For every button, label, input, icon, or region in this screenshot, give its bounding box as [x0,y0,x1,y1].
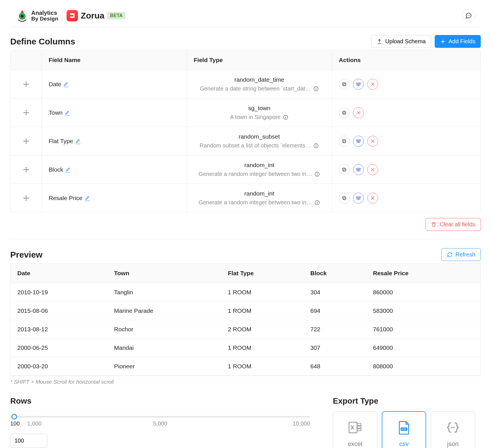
field-type-desc: Generate a random integer between two in… [199,199,312,206]
export-title: Export Type [333,396,481,406]
drag-handle[interactable] [11,127,42,155]
edit-icon[interactable] [65,110,70,116]
duplicate-button[interactable] [339,107,350,118]
chat-button[interactable] [462,9,475,22]
svg-point-52 [451,427,452,428]
svg-rect-26 [343,139,345,142]
duplicate-button[interactable] [339,164,350,175]
drag-handle[interactable] [11,155,42,184]
field-name: Resale Price [49,195,82,202]
drag-handle[interactable] [11,184,42,212]
field-type-name: random_int [244,162,274,168]
svg-point-43 [356,197,358,198]
preview-title: Preview [10,250,42,260]
preview-cell: 808000 [366,357,480,376]
refresh-button[interactable]: Refresh [442,248,481,261]
columns-row: Blockrandom_intGenerate a random integer… [11,155,480,184]
edit-icon[interactable] [85,195,90,201]
svg-rect-46 [349,422,357,433]
preview-col-header: Flat Type [221,264,304,283]
abd-logo-icon [16,9,28,22]
export-option-json[interactable]: json [431,411,475,448]
svg-rect-49 [357,429,361,431]
svg-rect-24 [316,145,316,147]
col-head-name: Field Name [42,50,187,70]
info-icon[interactable] [313,143,319,149]
brand2-name: Zorua [81,11,104,20]
rows-slider[interactable]: 100 1,000 5,000 10,000 [10,411,310,427]
field-name-cell: Flat Type [42,127,187,155]
duplicate-button[interactable] [339,193,350,204]
svg-rect-47 [357,424,361,426]
configure-button[interactable] [353,79,364,90]
info-icon[interactable] [283,114,288,120]
csv-icon: CSV [396,419,412,436]
trash-icon [431,222,437,227]
delete-button[interactable] [367,164,378,175]
configure-button[interactable] [353,136,364,147]
brand1-line2: By Design [31,16,58,22]
preview-row: 2013-08-12Rochor2 ROOM722761000 [11,320,480,339]
preview-cell: 583000 [366,302,480,320]
rows-input[interactable] [10,434,47,448]
chat-icon [465,12,472,19]
preview-cell: 860000 [366,283,480,302]
svg-rect-40 [317,202,317,204]
preview-cell: 722 [304,320,366,339]
svg-rect-13 [343,83,345,85]
drag-handle[interactable] [11,98,42,127]
delete-button[interactable] [353,107,364,118]
rows-title: Rows [10,396,310,406]
zorua-logo[interactable]: Zorua BETA [67,10,126,21]
svg-point-31 [317,173,317,173]
preview-cell: 1 ROOM [221,302,304,320]
preview-cell: Marine Parade [107,302,221,320]
export-label: json [447,440,459,448]
col-head-drag [11,50,42,70]
preview-col-header: Block [304,264,366,283]
info-icon[interactable] [314,200,320,205]
svg-point-45 [359,196,360,198]
preview-cell: 304 [304,283,366,302]
field-type-cell: sg_townA town in Singapore [187,98,332,127]
svg-point-15 [358,84,359,85]
clear-all-fields-button[interactable]: Clear all fields [426,218,481,231]
duplicate-button[interactable] [339,136,350,147]
export-option-csv[interactable]: CSVcsv [382,411,426,448]
upload-schema-button[interactable]: Upload Schema [371,35,431,48]
preview-cell: Mandai [107,339,221,357]
preview-cell: Rochor [107,320,221,339]
svg-point-18 [285,116,286,116]
svg-point-10 [316,87,316,88]
delete-button[interactable] [367,193,378,204]
info-icon[interactable] [313,86,319,92]
configure-button[interactable] [353,164,364,175]
zorua-logo-icon [67,10,78,21]
field-type-name: random_int [244,190,274,197]
svg-point-2 [21,15,24,18]
field-name: Date [49,81,61,88]
delete-button[interactable] [367,79,378,90]
svg-point-7 [469,15,469,16]
configure-button[interactable] [353,193,364,204]
field-name-cell: Resale Price [42,184,187,212]
header-divider [62,10,63,21]
drag-handle[interactable] [11,70,42,98]
add-fields-button[interactable]: Add Fields [435,35,481,48]
duplicate-button[interactable] [339,79,350,90]
edit-icon[interactable] [63,81,69,87]
actions-cell [332,155,480,184]
preview-cell: 761000 [366,320,480,339]
svg-point-39 [317,201,317,202]
actions-cell [332,184,480,212]
brand1-line1: Analytics [31,10,58,16]
delete-button[interactable] [367,136,378,147]
export-option-excel[interactable]: excel [333,411,377,448]
analytics-by-design-logo[interactable]: Analytics By Design [16,9,58,22]
refresh-icon [447,252,453,258]
info-icon[interactable] [314,171,320,177]
slider-thumb[interactable] [11,414,17,420]
edit-icon[interactable] [65,167,71,172]
field-type-desc: Generate a random integer between two in… [199,171,312,177]
edit-icon[interactable] [75,138,81,144]
